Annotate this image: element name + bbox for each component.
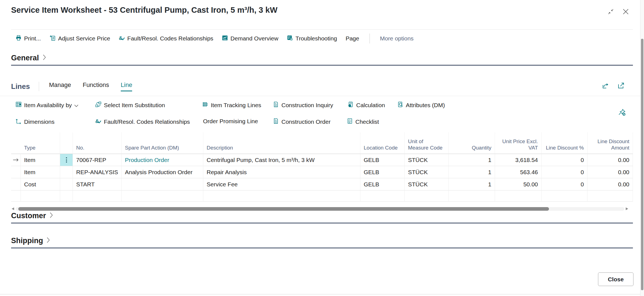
cell-spare-part-action[interactable] [122,191,203,202]
cell-uom[interactable]: STÜCK [405,154,449,166]
chevron-right-icon [43,54,46,62]
open-in-new-window-icon[interactable] [617,82,625,91]
cell-type[interactable] [21,191,60,202]
cell-uom[interactable] [405,191,449,202]
print-button[interactable]: Print... [16,35,41,42]
fault-resol-codes-button[interactable]: & Fault/Resol. Codes Relationships [119,35,214,42]
cell-description[interactable]: Centrifugal Pump, Cast Iron, 5 m³/h, 3 k… [203,154,360,166]
collapse-window-icon[interactable] [607,8,614,15]
page-menu-button[interactable]: Page [346,35,359,42]
demand-overview-button[interactable]: Demand Overview [222,35,278,42]
cell-location[interactable]: GELB [360,154,405,166]
col-header-quantity[interactable]: Quantity [449,132,495,154]
current-row-arrow-icon [12,158,19,162]
cell-quantity[interactable]: 1 [449,178,495,191]
construction-order-button[interactable]: Construction Order [273,118,330,125]
section-customer[interactable]: Customer [11,212,53,220]
cell-spare-part-action-link[interactable]: Production Order [122,154,203,166]
vertical-scrollbar[interactable] [640,0,644,296]
horizontal-scrollbar[interactable] [11,207,629,211]
row-actions-cell[interactable] [60,166,73,178]
select-item-substitution-button[interactable]: Select Item Substitution [95,101,165,109]
col-header-spare-part-action[interactable]: Spare Part Action (DM) [122,132,203,154]
vertical-scroll-thumb[interactable] [641,39,643,290]
cell-spare-part-action[interactable]: Analysis Production Order [122,166,203,178]
col-header-no[interactable]: No. [73,132,122,154]
cell-line-discount-pct[interactable]: 0 [542,166,587,178]
cell-quantity[interactable] [449,191,495,202]
col-header-unit-of-measure[interactable]: Unit of Measure Code [405,132,449,154]
construction-inquiry-button[interactable]: Construction Inquiry [273,101,333,109]
horizontal-scroll-thumb[interactable] [18,207,549,211]
cell-type[interactable]: Item [21,154,60,166]
cell-line-discount-pct[interactable]: 0 [542,178,587,191]
row-actions-cell[interactable] [60,191,73,202]
percent-document-icon: % [348,101,354,109]
cell-no[interactable]: 70067-REP [73,154,122,166]
cell-description[interactable]: Service Fee [203,178,360,191]
cell-unit-price[interactable]: 50.00 [495,178,542,191]
cell-no[interactable]: START [73,178,122,191]
close-window-icon[interactable] [622,8,630,16]
more-options-button[interactable]: More options [380,35,414,42]
cell-unit-price[interactable] [495,191,542,202]
fault-resol-codes-line-button[interactable]: & Fault/Resol. Codes Relationships [95,118,190,125]
tab-manage[interactable]: Manage [49,81,71,91]
col-header-description[interactable]: Description [203,132,360,154]
tab-functions[interactable]: Functions [83,81,109,91]
order-promising-line-button[interactable]: Order Promising Line [203,118,258,125]
troubleshooting-button[interactable]: Troubleshooting [287,35,337,42]
adjust-service-price-button[interactable]: Adjust Service Price [50,35,110,42]
cell-line-discount-amt[interactable]: 0.00 [587,178,633,191]
cell-quantity[interactable]: 1 [449,154,495,166]
cell-unit-price[interactable]: 563.46 [495,166,542,178]
cell-location[interactable] [360,191,405,202]
document-icon [273,101,279,109]
col-header-unit-price[interactable]: Unit Price Excl. VAT [495,132,542,154]
cell-line-discount-amt[interactable]: 0.00 [587,166,633,178]
calculation-button[interactable]: % Calculation [348,101,385,109]
unpin-icon[interactable] [618,109,626,117]
attributes-dm-button[interactable]: Attributes (DM) [397,101,445,109]
scroll-left-arrow-icon[interactable] [12,207,14,210]
cell-description[interactable] [203,191,360,202]
cell-line-discount-pct[interactable] [542,191,587,202]
col-header-line-discount-amt[interactable]: Line Discount Amount [587,132,633,154]
col-header-location-code[interactable]: Location Code [360,132,405,154]
magnifier-document-icon [397,101,403,109]
cell-location[interactable]: GELB [360,166,405,178]
cell-type[interactable]: Item [21,166,60,178]
select-item-substitution-label: Select Item Substitution [104,102,165,109]
scroll-right-arrow-icon[interactable] [626,207,628,210]
cell-line-discount-amt[interactable]: 0.00 [587,154,633,166]
tab-line[interactable]: Line [121,81,132,91]
row-actions-cell[interactable] [60,178,73,191]
item-availability-by-button[interactable]: Item Availability by [16,101,78,109]
printer-icon [16,35,22,42]
share-icon[interactable] [602,82,609,91]
cell-location[interactable]: GELB [360,178,405,191]
col-header-type[interactable]: Type [21,132,60,154]
order-promising-line-label: Order Promising Line [203,118,258,125]
cell-quantity[interactable]: 1 [449,166,495,178]
cell-uom[interactable]: STÜCK [405,166,449,178]
close-button[interactable]: Close [598,272,633,286]
cell-line-discount-amt[interactable] [587,191,633,202]
section-shipping[interactable]: Shipping [11,236,50,245]
cell-spare-part-action[interactable] [122,178,203,191]
calculation-label: Calculation [356,102,385,109]
section-general[interactable]: General [11,54,46,62]
cell-description[interactable]: Repair Analysis [203,166,360,178]
cell-unit-price[interactable]: 3,618.54 [495,154,542,166]
cell-line-discount-pct[interactable]: 0 [542,154,587,166]
page-label: Page [346,35,359,42]
cell-no[interactable] [73,191,122,202]
row-actions-cell[interactable] [60,154,73,166]
cell-no[interactable]: REP-ANALYSIS [73,166,122,178]
checklist-button[interactable]: Checklist [347,118,379,125]
item-tracking-lines-button[interactable]: Item Tracking Lines [202,101,261,109]
dimensions-button[interactable]: Dimensions [16,118,55,125]
col-header-line-discount-pct[interactable]: Line Discount % [542,132,587,154]
cell-uom[interactable]: STÜCK [405,178,449,191]
cell-type[interactable]: Cost [21,178,60,191]
